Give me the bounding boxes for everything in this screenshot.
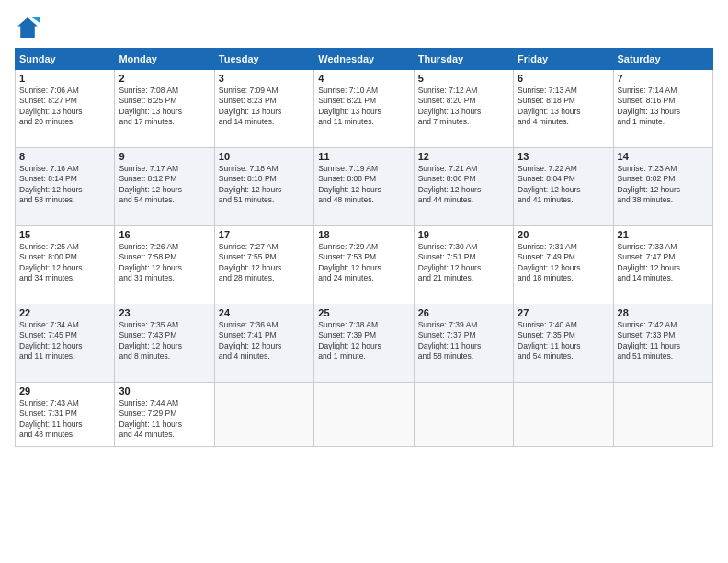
day-number: 8: [19, 151, 110, 162]
day-info: Sunrise: 7:06 AM Sunset: 8:27 PM Dayligh…: [19, 86, 110, 128]
day-info: Sunrise: 7:21 AM Sunset: 8:06 PM Dayligh…: [418, 164, 509, 206]
day-number: 3: [219, 73, 310, 84]
day-info: Sunrise: 7:36 AM Sunset: 7:41 PM Dayligh…: [219, 320, 310, 362]
calendar-cell: [613, 383, 712, 447]
calendar-cell: 17Sunrise: 7:27 AM Sunset: 7:55 PM Dayli…: [214, 226, 313, 304]
day-number: 23: [119, 307, 210, 318]
day-number: 6: [518, 73, 609, 84]
day-number: 17: [219, 229, 310, 240]
calendar-cell: 19Sunrise: 7:30 AM Sunset: 7:51 PM Dayli…: [414, 226, 513, 304]
day-info: Sunrise: 7:23 AM Sunset: 8:02 PM Dayligh…: [618, 164, 709, 206]
calendar-cell: 18Sunrise: 7:29 AM Sunset: 7:53 PM Dayli…: [314, 226, 414, 304]
calendar-cell: 24Sunrise: 7:36 AM Sunset: 7:41 PM Dayli…: [214, 304, 313, 383]
day-info: Sunrise: 7:31 AM Sunset: 7:49 PM Dayligh…: [518, 242, 609, 284]
calendar-cell: 6Sunrise: 7:13 AM Sunset: 8:18 PM Daylig…: [514, 70, 613, 148]
day-info: Sunrise: 7:40 AM Sunset: 7:35 PM Dayligh…: [518, 320, 609, 362]
day-info: Sunrise: 7:18 AM Sunset: 8:10 PM Dayligh…: [219, 164, 310, 206]
calendar-cell: 3Sunrise: 7:09 AM Sunset: 8:23 PM Daylig…: [214, 70, 313, 148]
day-info: Sunrise: 7:17 AM Sunset: 8:12 PM Dayligh…: [119, 164, 210, 206]
day-number: 29: [19, 385, 110, 396]
day-info: Sunrise: 7:39 AM Sunset: 7:37 PM Dayligh…: [418, 320, 509, 362]
day-info: Sunrise: 7:13 AM Sunset: 8:18 PM Dayligh…: [518, 86, 609, 128]
col-header-tuesday: Tuesday: [214, 49, 313, 70]
calendar-cell: 4Sunrise: 7:10 AM Sunset: 8:21 PM Daylig…: [314, 70, 414, 148]
day-info: Sunrise: 7:35 AM Sunset: 7:43 PM Dayligh…: [119, 320, 210, 362]
calendar-cell: [214, 383, 313, 447]
calendar-cell: 5Sunrise: 7:12 AM Sunset: 8:20 PM Daylig…: [414, 70, 513, 148]
logo: [15, 15, 44, 40]
day-info: Sunrise: 7:44 AM Sunset: 7:29 PM Dayligh…: [119, 398, 210, 441]
calendar-cell: 11Sunrise: 7:19 AM Sunset: 8:08 PM Dayli…: [314, 148, 414, 226]
day-number: 14: [618, 151, 709, 162]
day-number: 19: [418, 229, 509, 240]
day-info: Sunrise: 7:34 AM Sunset: 7:45 PM Dayligh…: [19, 320, 110, 362]
calendar-cell: 2Sunrise: 7:08 AM Sunset: 8:25 PM Daylig…: [115, 70, 214, 148]
day-number: 22: [19, 307, 110, 318]
day-info: Sunrise: 7:22 AM Sunset: 8:04 PM Dayligh…: [518, 164, 609, 206]
day-info: Sunrise: 7:12 AM Sunset: 8:20 PM Dayligh…: [418, 86, 509, 128]
calendar-cell: [414, 383, 513, 447]
day-number: 20: [518, 229, 609, 240]
day-number: 24: [219, 307, 310, 318]
day-number: 27: [518, 307, 609, 318]
calendar-cell: 28Sunrise: 7:42 AM Sunset: 7:33 PM Dayli…: [613, 304, 712, 383]
col-header-saturday: Saturday: [613, 49, 712, 70]
calendar-cell: 22Sunrise: 7:34 AM Sunset: 7:45 PM Dayli…: [16, 304, 115, 383]
calendar-cell: 8Sunrise: 7:16 AM Sunset: 8:14 PM Daylig…: [16, 148, 115, 226]
calendar-cell: 25Sunrise: 7:38 AM Sunset: 7:39 PM Dayli…: [314, 304, 414, 383]
calendar-cell: 13Sunrise: 7:22 AM Sunset: 8:04 PM Dayli…: [514, 148, 613, 226]
col-header-wednesday: Wednesday: [314, 49, 414, 70]
calendar-cell: 29Sunrise: 7:43 AM Sunset: 7:31 PM Dayli…: [16, 383, 115, 447]
calendar-cell: 12Sunrise: 7:21 AM Sunset: 8:06 PM Dayli…: [414, 148, 513, 226]
calendar-cell: 30Sunrise: 7:44 AM Sunset: 7:29 PM Dayli…: [115, 383, 214, 447]
day-info: Sunrise: 7:27 AM Sunset: 7:55 PM Dayligh…: [219, 242, 310, 284]
col-header-friday: Friday: [514, 49, 613, 70]
calendar-cell: 20Sunrise: 7:31 AM Sunset: 7:49 PM Dayli…: [514, 226, 613, 304]
col-header-monday: Monday: [115, 49, 214, 70]
day-info: Sunrise: 7:08 AM Sunset: 8:25 PM Dayligh…: [119, 86, 210, 128]
calendar-cell: 23Sunrise: 7:35 AM Sunset: 7:43 PM Dayli…: [115, 304, 214, 383]
day-info: Sunrise: 7:29 AM Sunset: 7:53 PM Dayligh…: [318, 242, 409, 284]
day-info: Sunrise: 7:10 AM Sunset: 8:21 PM Dayligh…: [318, 86, 409, 128]
svg-marker-0: [17, 17, 38, 38]
day-info: Sunrise: 7:26 AM Sunset: 7:58 PM Dayligh…: [119, 242, 210, 284]
calendar-cell: [314, 383, 414, 447]
day-number: 7: [618, 73, 709, 84]
calendar-cell: 10Sunrise: 7:18 AM Sunset: 8:10 PM Dayli…: [214, 148, 313, 226]
day-number: 30: [119, 385, 210, 396]
calendar-cell: 14Sunrise: 7:23 AM Sunset: 8:02 PM Dayli…: [613, 148, 712, 226]
day-info: Sunrise: 7:43 AM Sunset: 7:31 PM Dayligh…: [19, 398, 110, 441]
calendar-cell: 21Sunrise: 7:33 AM Sunset: 7:47 PM Dayli…: [613, 226, 712, 304]
calendar-cell: [514, 383, 613, 447]
day-info: Sunrise: 7:42 AM Sunset: 7:33 PM Dayligh…: [618, 320, 709, 362]
calendar-cell: 7Sunrise: 7:14 AM Sunset: 8:16 PM Daylig…: [613, 70, 712, 148]
day-info: Sunrise: 7:33 AM Sunset: 7:47 PM Dayligh…: [618, 242, 709, 284]
calendar-cell: 26Sunrise: 7:39 AM Sunset: 7:37 PM Dayli…: [414, 304, 513, 383]
day-number: 2: [119, 73, 210, 84]
day-info: Sunrise: 7:19 AM Sunset: 8:08 PM Dayligh…: [318, 164, 409, 206]
day-number: 25: [318, 307, 409, 318]
day-number: 4: [318, 73, 409, 84]
day-number: 26: [418, 307, 509, 318]
day-info: Sunrise: 7:14 AM Sunset: 8:16 PM Dayligh…: [618, 86, 709, 128]
day-number: 9: [119, 151, 210, 162]
col-header-sunday: Sunday: [16, 49, 115, 70]
day-info: Sunrise: 7:09 AM Sunset: 8:23 PM Dayligh…: [219, 86, 310, 128]
day-number: 10: [219, 151, 310, 162]
col-header-thursday: Thursday: [414, 49, 513, 70]
day-number: 18: [318, 229, 409, 240]
calendar-cell: 16Sunrise: 7:26 AM Sunset: 7:58 PM Dayli…: [115, 226, 214, 304]
day-number: 15: [19, 229, 110, 240]
calendar-cell: 9Sunrise: 7:17 AM Sunset: 8:12 PM Daylig…: [115, 148, 214, 226]
calendar: SundayMondayTuesdayWednesdayThursdayFrid…: [15, 48, 713, 447]
calendar-cell: 1Sunrise: 7:06 AM Sunset: 8:27 PM Daylig…: [16, 70, 115, 148]
day-number: 5: [418, 73, 509, 84]
day-info: Sunrise: 7:30 AM Sunset: 7:51 PM Dayligh…: [418, 242, 509, 284]
logo-icon: [15, 15, 40, 40]
day-number: 16: [119, 229, 210, 240]
day-number: 28: [618, 307, 709, 318]
calendar-cell: 15Sunrise: 7:25 AM Sunset: 8:00 PM Dayli…: [16, 226, 115, 304]
day-number: 11: [318, 151, 409, 162]
day-number: 1: [19, 73, 110, 84]
day-number: 21: [618, 229, 709, 240]
